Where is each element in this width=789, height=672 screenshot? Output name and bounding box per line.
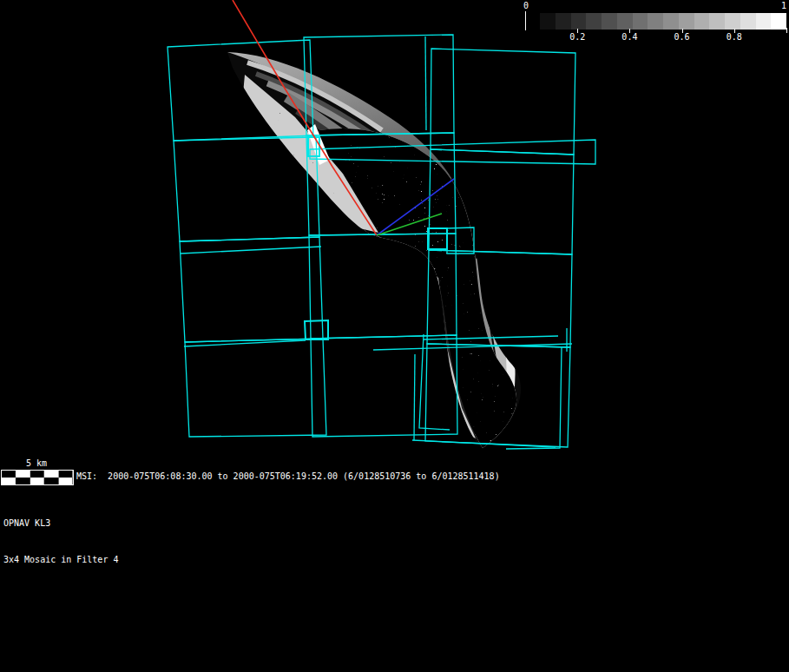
colorbar: 0 1 0.20.40.60.8	[0, 0, 789, 45]
colorbar-step	[663, 13, 679, 30]
colorbar-gradient	[540, 13, 786, 30]
colorbar-tick-label: 0.4	[616, 32, 642, 42]
colorbar-min-label: 0	[520, 1, 532, 10]
colorbar-tick-label: 0.8	[721, 32, 747, 42]
colorbar-step	[725, 13, 740, 30]
colorbar-step	[633, 13, 648, 30]
colorbar-step	[756, 13, 772, 30]
colorbar-step	[694, 13, 710, 30]
colorbar-step	[771, 13, 786, 30]
colorbar-tick-label: 0.6	[669, 32, 695, 42]
scale-bar-checker	[1, 470, 74, 485]
msi-footprint	[185, 339, 326, 437]
colorbar-step	[617, 13, 633, 30]
sequence-name: OPNAV KL3	[3, 517, 118, 530]
colorbar-max-tick	[786, 28, 787, 33]
colorbar-step	[709, 13, 725, 30]
colorbar-step	[540, 13, 556, 30]
viewport: 0 1 0.20.40.60.8 5 km MSI: 2000-075T06:0…	[0, 0, 789, 672]
msi-footprint	[414, 354, 415, 440]
colorbar-max-label: 1	[778, 1, 789, 10]
colorbar-step	[740, 13, 756, 30]
colorbar-step	[648, 13, 663, 30]
status-line: MSI: 2000-075T06:08:30.00 to 2000-075T06…	[76, 471, 500, 481]
msi-footprint	[425, 36, 426, 130]
mosaic-description: 3x4 Mosaic in Filter 4	[3, 554, 118, 566]
colorbar-step	[586, 13, 602, 30]
colorbar-step	[556, 13, 571, 30]
msi-footprint	[431, 49, 575, 155]
msi-footprint	[181, 247, 321, 254]
msi-footprint-layer	[168, 35, 595, 449]
colorbar-step	[679, 13, 694, 30]
msi-footprint	[311, 335, 457, 437]
colorbar-min-tick	[525, 11, 526, 30]
sequence-info: OPNAV KL3 3x4 Mosaic in Filter 4	[3, 493, 118, 590]
scale-bar-label: 5 km	[0, 458, 73, 468]
msi-footprint	[305, 320, 328, 339]
colorbar-tick-label: 0.2	[564, 32, 590, 42]
colorbar-step	[602, 13, 617, 30]
colorbar-step	[571, 13, 587, 30]
